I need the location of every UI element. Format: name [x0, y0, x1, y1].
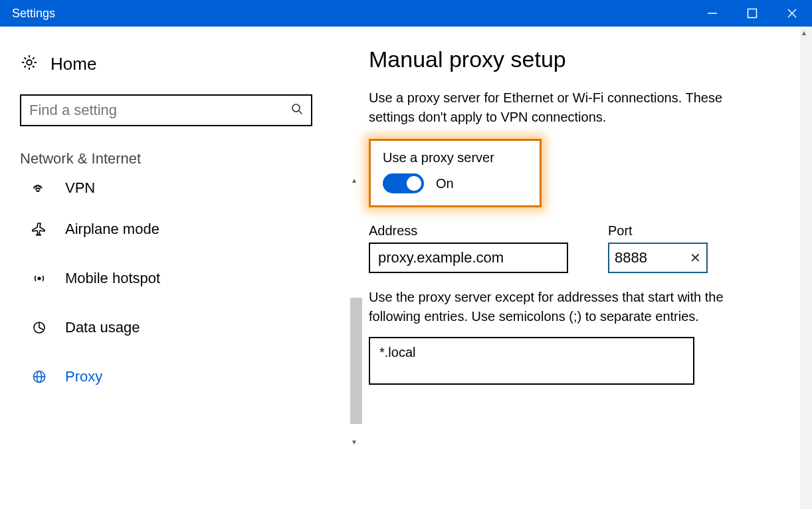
- exceptions-value: *.local: [379, 345, 415, 359]
- window-scrollbar[interactable]: ▴: [800, 27, 812, 509]
- svg-point-7: [38, 277, 41, 280]
- sidebar-item-airplane[interactable]: Airplane mode: [20, 205, 362, 254]
- page-title: Manual proxy setup: [369, 47, 785, 72]
- airplane-icon: [29, 221, 49, 237]
- svg-point-4: [27, 60, 31, 64]
- category-heading: Network & Internet: [20, 150, 362, 167]
- vpn-icon: ᯤ: [29, 180, 49, 197]
- data-usage-icon: [29, 320, 49, 336]
- sidebar-item-hotspot[interactable]: Mobile hotspot: [20, 254, 362, 303]
- close-button[interactable]: [772, 0, 812, 27]
- gear-icon: [20, 53, 39, 74]
- page-description: Use a proxy server for Ethernet or Wi-Fi…: [369, 88, 741, 127]
- toggle-state-label: On: [436, 176, 454, 191]
- window-controls: [692, 0, 812, 27]
- use-proxy-toggle[interactable]: [383, 173, 424, 193]
- sidebar-item-label: Proxy: [65, 368, 102, 385]
- svg-rect-1: [748, 9, 757, 18]
- toggle-knob: [407, 176, 421, 191]
- search-box[interactable]: [20, 94, 312, 126]
- sidebar-item-label: Data usage: [65, 319, 140, 336]
- scroll-thumb[interactable]: [350, 298, 362, 424]
- sidebar-item-datausage[interactable]: Data usage: [20, 303, 362, 352]
- window-title: Settings: [12, 7, 55, 21]
- address-label: Address: [369, 223, 568, 239]
- main-content: Manual proxy setup Use a proxy server fo…: [362, 27, 812, 509]
- minimize-button[interactable]: [692, 0, 732, 27]
- scroll-up-icon[interactable]: ▴: [352, 175, 356, 185]
- use-proxy-section: Use a proxy server On: [369, 139, 542, 207]
- svg-line-6: [299, 111, 302, 114]
- scroll-down-icon[interactable]: ▾: [352, 437, 356, 447]
- port-input-wrapper[interactable]: ✕: [608, 243, 708, 273]
- exceptions-description: Use the proxy server except for addresse…: [369, 288, 728, 326]
- home-link[interactable]: Home: [20, 53, 362, 74]
- use-proxy-label: Use a proxy server: [383, 150, 528, 165]
- scroll-up-icon[interactable]: ▴: [802, 28, 806, 37]
- sidebar-item-vpn[interactable]: ᯤ VPN: [20, 171, 362, 205]
- nav-list: ᯤ VPN Airplane mode Mobile hotspot: [20, 171, 362, 451]
- sidebar-item-label: Airplane mode: [65, 221, 159, 238]
- search-input[interactable]: [29, 102, 286, 119]
- globe-icon: [29, 369, 49, 385]
- sidebar: Home Network & Internet ᯤ VPN Airplane m…: [0, 27, 362, 509]
- address-input[interactable]: [369, 243, 568, 273]
- sidebar-item-proxy[interactable]: Proxy: [20, 352, 362, 401]
- port-input[interactable]: [615, 249, 668, 266]
- exceptions-input[interactable]: *.local: [369, 337, 694, 385]
- nav-scrollbar[interactable]: ▴ ▾: [350, 171, 362, 451]
- search-icon: [291, 103, 303, 118]
- maximize-button[interactable]: [732, 0, 772, 27]
- port-label: Port: [608, 223, 708, 239]
- hotspot-icon: [29, 270, 49, 286]
- clear-icon[interactable]: ✕: [690, 250, 701, 266]
- svg-point-5: [292, 104, 300, 112]
- sidebar-item-label: VPN: [65, 179, 95, 197]
- home-label: Home: [51, 54, 96, 74]
- sidebar-item-label: Mobile hotspot: [65, 270, 160, 287]
- titlebar: Settings: [0, 0, 812, 27]
